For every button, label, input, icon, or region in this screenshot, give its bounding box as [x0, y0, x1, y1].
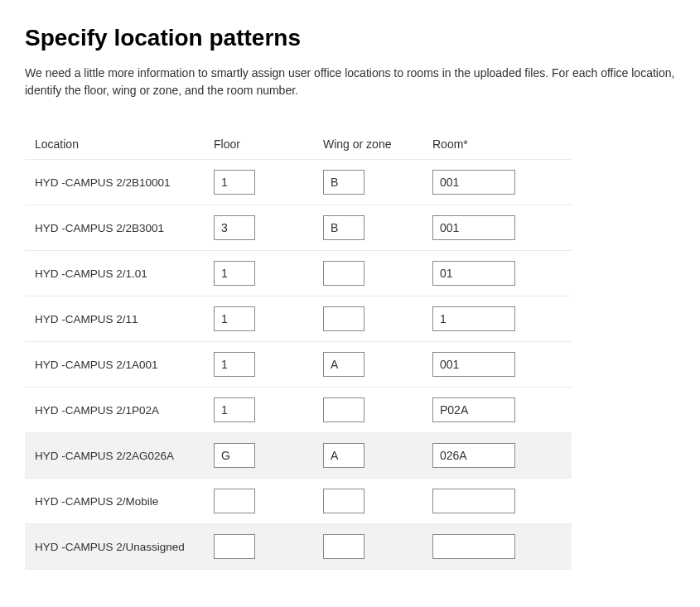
location-label: HYD -CAMPUS 2/Mobile [35, 495, 158, 508]
room-input[interactable] [432, 443, 515, 468]
room-input[interactable] [432, 261, 515, 286]
page-title: Specify location patterns [25, 25, 675, 51]
table-row: HYD -CAMPUS 2/2B10001 [25, 160, 572, 205]
table-row: HYD -CAMPUS 2/11 [25, 296, 572, 342]
wing-input[interactable] [323, 534, 364, 559]
location-label: HYD -CAMPUS 2/2B3001 [35, 222, 164, 234]
wing-input[interactable] [323, 170, 364, 195]
room-input[interactable] [432, 215, 515, 240]
floor-input[interactable] [214, 397, 255, 422]
location-label: HYD -CAMPUS 2/2B10001 [35, 176, 171, 189]
location-patterns-table: Location Floor Wing or zone Room* HYD -C… [25, 129, 572, 570]
wing-input[interactable] [323, 397, 364, 422]
header-room: Room* [426, 129, 572, 160]
wing-input[interactable] [323, 489, 364, 513]
table-row: HYD -CAMPUS 2/1.01 [25, 251, 572, 296]
table-row: HYD -CAMPUS 2/Mobile [25, 479, 572, 524]
table-row: HYD -CAMPUS 2/Unassigned [25, 524, 572, 570]
table-row: HYD -CAMPUS 2/1P02A [25, 388, 572, 433]
header-floor: Floor [207, 129, 316, 160]
table-row: HYD -CAMPUS 2/1A001 [25, 342, 572, 388]
location-label: HYD -CAMPUS 2/1A001 [35, 359, 158, 371]
location-label: HYD -CAMPUS 2/2AG026A [35, 450, 174, 462]
floor-input[interactable] [214, 261, 255, 286]
floor-input[interactable] [214, 306, 255, 331]
location-label: HYD -CAMPUS 2/11 [35, 313, 138, 325]
location-label: HYD -CAMPUS 2/1.01 [35, 267, 147, 280]
header-wing: Wing or zone [316, 129, 426, 160]
wing-input[interactable] [323, 352, 364, 377]
room-input[interactable] [432, 489, 515, 513]
floor-input[interactable] [214, 215, 255, 240]
floor-input[interactable] [214, 489, 255, 513]
floor-input[interactable] [214, 443, 255, 468]
wing-input[interactable] [323, 261, 364, 286]
room-input[interactable] [432, 306, 515, 331]
room-input[interactable] [432, 170, 515, 195]
room-input[interactable] [432, 397, 515, 422]
location-label: HYD -CAMPUS 2/Unassigned [35, 541, 185, 553]
table-row: HYD -CAMPUS 2/2B3001 [25, 205, 572, 251]
wing-input[interactable] [323, 443, 364, 468]
header-location: Location [25, 129, 207, 160]
floor-input[interactable] [214, 534, 255, 559]
table-row: HYD -CAMPUS 2/2AG026A [25, 433, 572, 479]
page-description: We need a little more information to sma… [25, 65, 675, 99]
wing-input[interactable] [323, 306, 364, 331]
location-label: HYD -CAMPUS 2/1P02A [35, 404, 159, 417]
wing-input[interactable] [323, 215, 364, 240]
floor-input[interactable] [214, 170, 255, 195]
room-input[interactable] [432, 534, 515, 559]
room-input[interactable] [432, 352, 515, 377]
floor-input[interactable] [214, 352, 255, 377]
